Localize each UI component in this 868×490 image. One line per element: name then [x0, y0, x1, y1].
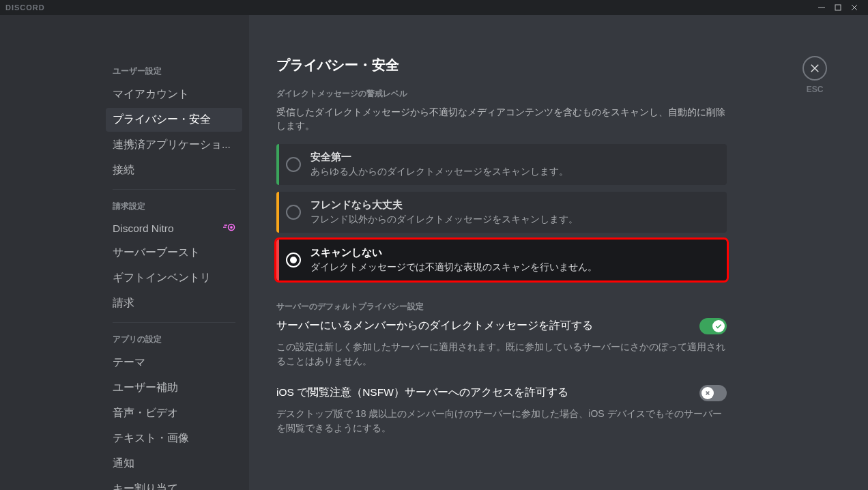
- close-icon: [809, 62, 821, 74]
- sidebar-item-label: テーマ: [113, 356, 145, 370]
- sidebar-item-label: ギフトインベントリ: [113, 271, 211, 285]
- sidebar-item-label: 請求: [113, 296, 134, 311]
- sidebar-item-label: テキスト・画像: [113, 431, 189, 446]
- dm-scan-heading: ダイレクトメッセージの警戒レベル: [276, 88, 727, 100]
- dm-scan-desc: 受信したダイレクトメッセージから不適切なメディアコンテンツを含むものをスキャンし…: [276, 105, 727, 133]
- window-close-button[interactable]: [846, 0, 863, 15]
- dm-scan-option[interactable]: 安全第一あらゆる人からのダイレクトメッセージをスキャンします。: [276, 144, 727, 185]
- sidebar-item[interactable]: テキスト・画像: [106, 427, 242, 450]
- sidebar-item-label: Discord Nitro: [113, 222, 174, 235]
- sidebar-item[interactable]: 音声・ビデオ: [106, 401, 242, 425]
- check-icon: [712, 320, 725, 332]
- sidebar-item[interactable]: ユーザー補助: [106, 376, 242, 400]
- sidebar-item-label: プライバシー・安全: [113, 113, 211, 127]
- sidebar-item[interactable]: 接続: [106, 158, 242, 182]
- server-dm-title: サーバーにいるメンバーからのダイレクトメッセージを許可する: [276, 319, 593, 333]
- sidebar-item[interactable]: サーバーブースト: [106, 241, 242, 265]
- sidebar-item[interactable]: マイアカウント: [106, 83, 242, 106]
- svg-point-2: [230, 226, 233, 229]
- sidebar-separator: [113, 322, 235, 323]
- dm-scan-option[interactable]: フレンドなら大丈夫フレンド以外からのダイレクトメッセージをスキャンします。: [276, 192, 727, 233]
- sidebar-item[interactable]: 通知: [106, 452, 242, 476]
- esc-label: ESC: [802, 85, 827, 94]
- close-settings-button[interactable]: [802, 56, 827, 81]
- sidebar-item[interactable]: 請求: [106, 291, 242, 315]
- sidebar-item[interactable]: 連携済アプリケーショ...: [106, 133, 242, 157]
- radio-option-desc: ダイレクトメッセージでは不適切な表現のスキャンを行いません。: [310, 261, 719, 274]
- sidebar-group-header: 請求設定: [106, 197, 242, 216]
- app-name: DISCORD: [5, 3, 45, 12]
- server-dm-desc: この設定は新しく参加したサーバーに適用されます。既に参加しているサーバーにさかの…: [276, 340, 727, 369]
- sidebar-item-label: サーバーブースト: [113, 246, 200, 260]
- window-maximize-button[interactable]: [830, 0, 846, 15]
- titlebar: DISCORD: [0, 0, 868, 15]
- sidebar-item-label: 音声・ビデオ: [113, 406, 178, 420]
- nitro-icon: [223, 222, 235, 235]
- svg-rect-0: [835, 5, 841, 10]
- sidebar-item-label: 接続: [113, 163, 134, 177]
- sidebar-item-label: 通知: [113, 457, 134, 471]
- radio-icon: [286, 157, 301, 172]
- sidebar-group-header: ユーザー設定: [106, 61, 242, 81]
- sidebar-item-label: 連携済アプリケーショ...: [113, 138, 231, 152]
- sidebar-item[interactable]: テーマ: [106, 351, 242, 375]
- x-icon: [701, 387, 714, 399]
- sidebar-item[interactable]: プライバシー・安全: [106, 108, 242, 132]
- radio-option-title: フレンドなら大丈夫: [310, 199, 719, 212]
- sidebar-item[interactable]: Discord Nitro: [106, 218, 242, 240]
- dm-scan-radio-group: 安全第一あらゆる人からのダイレクトメッセージをスキャンします。フレンドなら大丈夫…: [276, 144, 727, 280]
- sidebar-item[interactable]: キー割り当て: [106, 477, 242, 490]
- nsfw-ios-title: iOS で閲覧注意（NSFW）サーバーへのアクセスを許可する: [276, 386, 568, 400]
- radio-option-desc: あらゆる人からのダイレクトメッセージをスキャンします。: [310, 166, 719, 178]
- nsfw-ios-desc: デスクトップ版で 18 歳以上のメンバー向けのサーバーに参加した場合、iOS デ…: [276, 407, 727, 435]
- settings-sidebar: ユーザー設定マイアカウントプライバシー・安全連携済アプリケーショ...接続請求設…: [0, 15, 249, 490]
- radio-option-desc: フレンド以外からのダイレクトメッセージをスキャンします。: [310, 214, 719, 226]
- sidebar-item[interactable]: ギフトインベントリ: [106, 266, 242, 290]
- radio-option-title: 安全第一: [310, 151, 719, 164]
- sidebar-item-label: マイアカウント: [113, 87, 189, 102]
- dm-scan-option[interactable]: スキャンしないダイレクトメッセージでは不適切な表現のスキャンを行いません。: [276, 240, 727, 280]
- server-dm-heading: サーバーのデフォルトプライバシー設定: [276, 301, 727, 313]
- radio-icon: [286, 205, 301, 220]
- sidebar-separator: [113, 189, 235, 190]
- window-minimize-button[interactable]: [813, 0, 830, 15]
- nsfw-ios-toggle[interactable]: [699, 385, 727, 401]
- page-title: プライバシー・安全: [276, 56, 727, 74]
- sidebar-item-label: ユーザー補助: [113, 381, 178, 395]
- sidebar-group-header: アプリの設定: [106, 330, 242, 349]
- server-dm-toggle[interactable]: [699, 318, 727, 334]
- radio-icon: [286, 253, 301, 268]
- sidebar-item-label: キー割り当て: [113, 482, 178, 490]
- radio-option-title: スキャンしない: [310, 246, 719, 259]
- settings-content: プライバシー・安全 ダイレクトメッセージの警戒レベル 受信したダイレクトメッセー…: [249, 15, 868, 490]
